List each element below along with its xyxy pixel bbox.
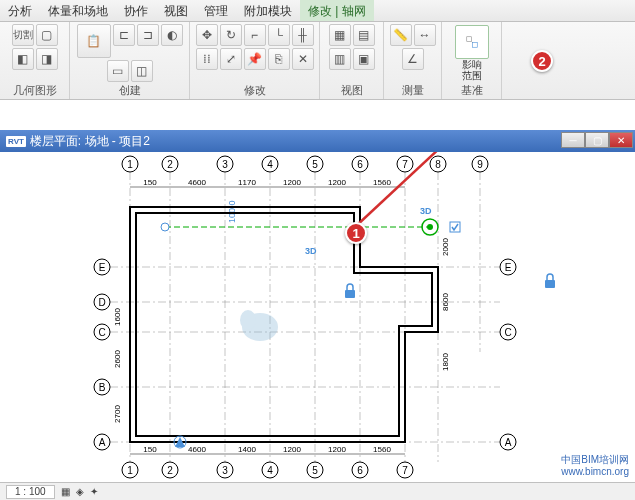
ref-icon[interactable]: ◫ bbox=[131, 60, 153, 82]
svg-text:C: C bbox=[98, 327, 105, 338]
svg-text:6: 6 bbox=[357, 159, 363, 170]
close-button[interactable]: ✕ bbox=[609, 132, 633, 148]
view4-icon[interactable]: ▣ bbox=[353, 48, 375, 70]
extend-icon[interactable]: └ bbox=[268, 24, 290, 46]
group-datum: 基准 bbox=[461, 82, 483, 99]
lock-icon-2[interactable] bbox=[545, 274, 555, 288]
svg-point-67 bbox=[427, 224, 433, 230]
svg-text:1800: 1800 bbox=[441, 353, 450, 371]
pin-icon[interactable]: 📌 bbox=[244, 48, 266, 70]
rvt-badge: RVT bbox=[6, 136, 26, 147]
scale-box[interactable]: 1 : 100 bbox=[6, 485, 55, 499]
callout-1: 1 bbox=[345, 222, 367, 244]
horizontal-grids: AA B CC D EE bbox=[94, 259, 516, 450]
svg-rect-68 bbox=[450, 222, 460, 232]
svg-text:3D: 3D bbox=[420, 206, 432, 216]
offset-icon[interactable]: ⊐ bbox=[137, 24, 159, 46]
scale-icon[interactable]: ⤢ bbox=[220, 48, 242, 70]
svg-text:3: 3 bbox=[222, 159, 228, 170]
watermark-logo bbox=[240, 310, 278, 341]
array-icon[interactable]: ⁞⁞ bbox=[196, 48, 218, 70]
paste-icon[interactable]: 📋 bbox=[77, 24, 111, 58]
svg-text:3D: 3D bbox=[305, 246, 317, 256]
group-geometry: 几何图形 bbox=[13, 82, 57, 99]
selected-grid-f[interactable]: 3D 3D 100.0 bbox=[161, 200, 460, 256]
angle-icon[interactable]: ∠ bbox=[402, 48, 424, 70]
copy-icon[interactable]: ⎘ bbox=[268, 48, 290, 70]
svg-text:1200: 1200 bbox=[328, 445, 346, 454]
watermark-text: 中国BIM培训网www.bimcn.org bbox=[561, 454, 629, 478]
svg-text:1200: 1200 bbox=[283, 178, 301, 187]
menu-modify-grid[interactable]: 修改 | 轴网 bbox=[300, 0, 374, 21]
mirror-icon[interactable]: ◐ bbox=[161, 24, 183, 46]
dims-top: 150 4600 1170 1200 1200 1560 bbox=[130, 178, 405, 187]
svg-text:150: 150 bbox=[143, 445, 157, 454]
svg-text:7: 7 bbox=[402, 159, 408, 170]
svg-text:5: 5 bbox=[312, 159, 318, 170]
menu-collab[interactable]: 协作 bbox=[116, 0, 156, 21]
group-modify: 修改 bbox=[244, 82, 266, 99]
svg-text:B: B bbox=[99, 382, 106, 393]
dims-bottom: 150 4600 1400 1200 1200 1560 bbox=[130, 445, 405, 454]
svg-text:150: 150 bbox=[143, 178, 157, 187]
group-view: 视图 bbox=[341, 82, 363, 99]
building-outline bbox=[130, 207, 438, 442]
menu-manage[interactable]: 管理 bbox=[196, 0, 236, 21]
view2-icon[interactable]: ▤ bbox=[353, 24, 375, 46]
align-icon[interactable]: ⊏ bbox=[113, 24, 135, 46]
propagate-extents-button[interactable] bbox=[455, 25, 489, 59]
svg-rect-0 bbox=[466, 37, 471, 42]
split2-icon[interactable]: ╫ bbox=[292, 24, 314, 46]
svg-text:1: 1 bbox=[127, 465, 133, 476]
menu-mass[interactable]: 体量和场地 bbox=[40, 0, 116, 21]
vertical-grids: 11 22 33 44 55 66 77 8 9 bbox=[122, 156, 488, 478]
view3-icon[interactable]: ▥ bbox=[329, 48, 351, 70]
delete-icon[interactable]: ✕ bbox=[292, 48, 314, 70]
drawing-canvas[interactable]: 11 22 33 44 55 66 77 8 9 AA B CC D EE 3D… bbox=[0, 152, 635, 482]
move-icon[interactable]: ✥ bbox=[196, 24, 218, 46]
cope-icon[interactable]: ◧ bbox=[12, 48, 34, 70]
minimize-button[interactable]: ─ bbox=[561, 132, 585, 148]
status-icon3[interactable]: ✦ bbox=[90, 486, 98, 497]
floor-plan: 11 22 33 44 55 66 77 8 9 AA B CC D EE 3D… bbox=[0, 152, 635, 482]
svg-text:4: 4 bbox=[267, 159, 273, 170]
svg-text:1400: 1400 bbox=[238, 445, 256, 454]
view-titlebar: RVT 楼层平面: 场地 - 项目2 ─ ▢ ✕ bbox=[0, 130, 635, 152]
svg-text:1600: 1600 bbox=[113, 308, 122, 326]
view-title: 楼层平面: 场地 - 项目2 bbox=[30, 133, 150, 150]
svg-text:100.0: 100.0 bbox=[227, 200, 237, 223]
box-icon[interactable]: ▭ bbox=[107, 60, 129, 82]
svg-text:1560: 1560 bbox=[373, 445, 391, 454]
target-label2: 范围 bbox=[462, 70, 482, 81]
svg-rect-93 bbox=[545, 280, 555, 288]
status-bar: 1 : 100 ▦ ◈ ✦ bbox=[0, 482, 635, 500]
svg-text:1560: 1560 bbox=[373, 178, 391, 187]
svg-point-96 bbox=[240, 310, 256, 330]
maximize-button[interactable]: ▢ bbox=[585, 132, 609, 148]
join-icon[interactable]: ▢ bbox=[36, 24, 58, 46]
measure-icon[interactable]: 📏 bbox=[390, 24, 412, 46]
menu-bar: 分析 体量和场地 协作 视图 管理 附加模块 修改 | 轴网 bbox=[0, 0, 635, 22]
lock-icon-1[interactable] bbox=[345, 284, 355, 298]
menu-analysis[interactable]: 分析 bbox=[0, 0, 40, 21]
svg-text:9: 9 bbox=[477, 159, 483, 170]
split-icon[interactable]: ◨ bbox=[36, 48, 58, 70]
dims-left: 2700 2600 1600 bbox=[113, 308, 122, 423]
svg-text:4600: 4600 bbox=[188, 178, 206, 187]
svg-text:A: A bbox=[99, 437, 106, 448]
dim-icon[interactable]: ↔ bbox=[414, 24, 436, 46]
status-icon2[interactable]: ◈ bbox=[76, 486, 84, 497]
svg-text:4600: 4600 bbox=[188, 445, 206, 454]
view1-icon[interactable]: ▦ bbox=[329, 24, 351, 46]
svg-text:3: 3 bbox=[222, 465, 228, 476]
svg-text:2000: 2000 bbox=[441, 238, 450, 256]
menu-addins[interactable]: 附加模块 bbox=[236, 0, 300, 21]
building-inner bbox=[136, 213, 432, 436]
group-measure: 测量 bbox=[402, 82, 424, 99]
rotate-icon[interactable]: ↻ bbox=[220, 24, 242, 46]
trim-icon[interactable]: ⌐ bbox=[244, 24, 266, 46]
target-label1: 影响 bbox=[462, 59, 482, 70]
cut-icon[interactable]: 切割 bbox=[12, 24, 34, 46]
status-icon[interactable]: ▦ bbox=[61, 486, 70, 497]
menu-view[interactable]: 视图 bbox=[156, 0, 196, 21]
